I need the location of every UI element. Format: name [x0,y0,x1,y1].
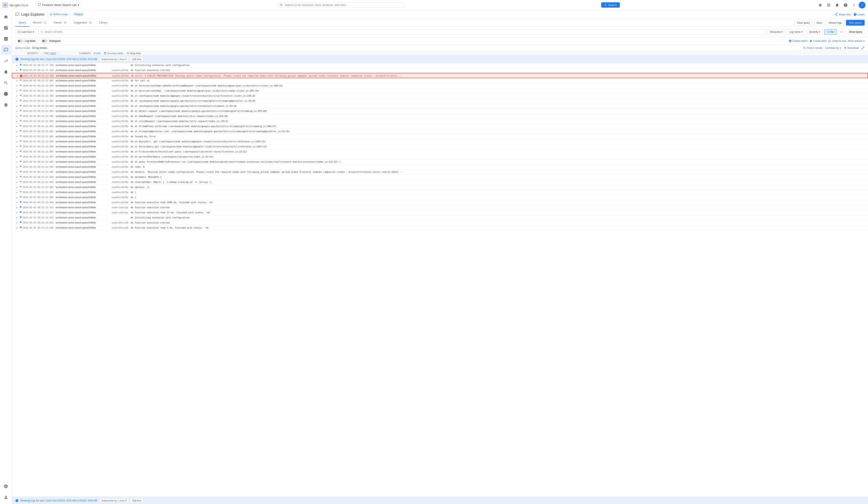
log-row[interactable]: ▸ 2024-05-03 09:52:22.805 ext-firestore-… [12,144,868,149]
expand-arrow[interactable]: ▸ [15,165,19,168]
log-row[interactable]: ▸ 2024-05-03 09:52:22.933 ext-firestore-… [12,210,868,215]
expand-arrow[interactable]: ▸ [15,200,19,204]
tab-saved[interactable]: Saved 0 [50,19,70,27]
edit-time-button[interactable]: Edit time [131,57,143,61]
expand-icon-btn[interactable] [861,46,865,50]
create-alert-button[interactable]: Create alert [809,40,827,42]
avatar[interactable]: U [859,2,866,9]
time-col-header[interactable]: TIME CEST ↑ ↓ [43,52,78,54]
log-row[interactable]: ▸ 2024-05-03 09:52:22.805 ext-firestore-… [12,78,868,83]
expand-arrow[interactable]: ▸ [15,190,19,194]
log-row[interactable]: ▸ 2024-05-03 09:52:22.805 ext-firestore-… [12,169,868,175]
expand-arrow[interactable]: ▸ [15,205,19,209]
refine-scope-button[interactable]: Refine scope [47,12,70,17]
log-row[interactable]: ▸ 2024-05-03 09:52:22.805 ext-firestore-… [12,99,868,104]
expand-arrow[interactable]: ▸ [15,99,19,102]
sidebar-item-metrics[interactable] [1,56,11,66]
log-row[interactable]: ▸ 2024-05-03 09:52:22.805 ext-firestore-… [12,160,868,164]
bottom-edit-time-button[interactable]: Edit time [131,498,143,503]
expand-arrow[interactable]: ▸ [15,119,19,122]
save-button[interactable]: Save [814,20,825,25]
expand-arrow[interactable]: ▸ [15,79,19,82]
download-button[interactable]: Download [844,47,859,50]
severity-filter-button[interactable]: Severity [807,29,823,35]
sidebar-item-error[interactable] [1,89,11,99]
extend-time-button[interactable]: Extend time by: 1 hour [100,57,129,61]
log-row[interactable]: ▸ 2024-05-03 09:52:22.805 ext-firestore-… [12,109,868,114]
log-row[interactable]: ▸ 2024-05-03 09:52:22.805 ext-firestore-… [12,89,868,93]
tab-library[interactable]: Library [96,19,111,27]
expand-arrow[interactable]: ▸ [15,185,19,188]
hamburger-menu[interactable] [2,2,8,8]
logname-filter-button[interactable]: Log name [787,29,805,35]
log-row[interactable]: ▸ 2024-05-03 09:52:17.394 ext-firestore-… [12,68,868,73]
log-row[interactable]: ▸ 2024-05-03 09:52:22.805 ext-firestore-… [12,73,868,78]
expand-arrow[interactable]: ▸ [15,104,19,107]
sidebar-item-debug[interactable] [1,100,11,110]
sidebar-item-account[interactable] [1,492,11,502]
top-search-bar[interactable] [278,2,405,8]
log-row[interactable]: ▸ 2024-05-03 09:52:23.252 ext-firestore-… [12,215,868,220]
expand-arrow[interactable]: ▸ [15,210,19,214]
histogram-toggle[interactable]: Histogram [40,39,63,43]
expand-arrow[interactable]: ▸ [15,170,19,173]
log-row[interactable]: ▸ 2024-05-03 09:52:17.389 ext-firestore-… [12,63,868,68]
expand-arrow[interactable]: ▸ [15,114,19,117]
create-metric-button[interactable]: Create metric [789,40,808,42]
log-row[interactable]: ▸ 2024-05-03 09:52:22.805 ext-firestore-… [12,114,868,119]
log-row[interactable]: ▸ 2024-05-03 09:52:22.805 ext-firestore-… [12,129,868,134]
log-row[interactable]: ▸ 2024-05-03 09:52:22.805 ext-firestore-… [12,134,868,139]
search-all-fields[interactable]: Search all fields [38,29,766,35]
learn-button[interactable]: Learn [854,13,865,16]
expand-arrow[interactable]: ▸ [15,175,19,178]
expand-arrow[interactable]: ▸ [15,145,19,148]
expand-arrow[interactable]: ▸ [15,195,19,198]
stream-logs-button[interactable]: Stream logs [826,20,844,25]
log-row[interactable]: ▸ 2024-05-03 09:52:22.805 ext-firestore-… [12,149,868,154]
log-row[interactable]: ▸ 2024-05-03 09:52:22.805 ext-firestore-… [12,124,868,129]
expand-arrow[interactable]: ▸ [15,68,19,71]
expand-arrow[interactable]: ▸ [15,89,19,92]
log-row[interactable]: ▸ 2024-05-03 09:52:24.045 ext-firestore-… [12,220,868,225]
sidebar-item-settings[interactable] [1,481,11,491]
find-in-results-button[interactable]: Find in results [803,47,823,50]
expand-arrow[interactable]: ▸ [15,180,19,183]
expand-arrow[interactable]: ▸ [15,221,19,224]
expand-arrow[interactable]: ▸ [15,226,19,229]
log-row[interactable]: ▸ 2024-05-03 09:52:22.805 ext-firestore-… [12,164,868,169]
sidebar-item-profiler[interactable] [1,78,11,88]
log-row[interactable]: ▸ 2024-05-03 09:52:22.805 ext-firestore-… [12,180,868,185]
more-actions-button[interactable]: More actions [848,40,865,42]
expand-arrow[interactable]: ▸ [15,134,19,138]
wrap-lines-btn[interactable]: Wrap lines [127,52,141,54]
correlate-by-button[interactable]: Correlate by [825,47,841,50]
expand-arrow[interactable]: ▸ [15,130,19,133]
resource-filter-button[interactable]: Resource [767,29,785,35]
log-row[interactable]: ▸ 2024-05-03 09:52:22.805 ext-firestore-… [12,104,868,109]
sidebar-item-activity[interactable] [1,34,11,44]
tab-suggested[interactable]: Suggested 2 [70,19,96,27]
time-filter-button[interactable]: Last hour [15,29,37,35]
sidebar-item-logs[interactable] [1,45,11,55]
log-row[interactable]: ▸ 2024-05-03 09:52:22.805 ext-firestore-… [12,185,868,190]
bottom-extend-time-button[interactable]: Extend time by: 1 hour [100,498,129,503]
severity-col-header[interactable]: SEVERITY ↑ ↓ [27,52,42,54]
star-icon-btn[interactable] [816,1,824,9]
log-row[interactable]: ▸ 2024-05-03 09:52:22.805 ext-firestore-… [12,154,868,160]
expand-arrow[interactable]: ▸ [15,216,19,219]
log-row[interactable]: ▸ 2024-05-03 09:52:22.805 ext-firestore-… [12,119,868,124]
log-row[interactable]: ▸ 2024-05-03 09:52:22.904 ext-firestore-… [12,200,868,205]
show-query-button[interactable]: Show query [847,29,865,35]
share-link-button[interactable]: Share link [834,13,851,16]
expand-arrow[interactable]: ▸ [15,160,19,163]
project-selector[interactable]: Firestore Vector Search Lab [36,2,81,8]
top-search-input[interactable] [285,3,403,7]
log-row[interactable]: ▸ 2024-05-03 09:52:22.805 ext-firestore-… [12,83,868,89]
sidebar-item-alerts[interactable] [1,67,11,77]
filter-separator[interactable] [838,29,845,35]
clear-query-button[interactable]: Clear query [795,20,813,25]
log-row[interactable]: ▸ 2024-05-03 09:52:22.805 ext-firestore-… [12,139,868,144]
expand-arrow[interactable]: ▸ [15,155,19,158]
expand-arrow[interactable]: ▸ [16,74,19,77]
expand-arrow[interactable]: ▸ [15,84,19,87]
